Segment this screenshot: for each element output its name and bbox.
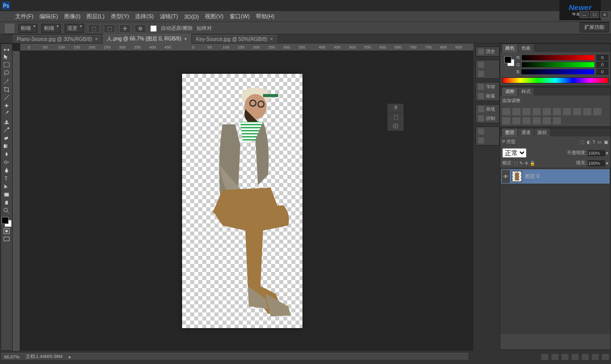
fill-input[interactable] [588, 160, 605, 166]
size-dd[interactable]: 粗细 [41, 24, 61, 33]
r-slider[interactable] [522, 55, 595, 60]
zoom-readout[interactable]: 66.67% [4, 354, 20, 359]
canvas-area[interactable]: 050 100150 200250 300350 400450 050 1001… [13, 43, 473, 351]
adj-levels[interactable] [512, 108, 520, 115]
adj-poster[interactable] [522, 117, 531, 124]
history-brush-tool[interactable] [2, 126, 12, 134]
wand-tool[interactable] [2, 77, 12, 85]
tab-styles[interactable]: 样式 [518, 87, 534, 96]
window-min[interactable]: — [580, 11, 589, 18]
doc-tab-1[interactable]: Piano-Source.jpg @ 30%(RGB/8)× [13, 35, 102, 43]
panel-info-icon[interactable]: ⓘ [387, 122, 404, 131]
menu-type[interactable]: 类型(Y) [111, 13, 129, 20]
opt-btn1[interactable]: ⬚ [88, 24, 100, 33]
new-layer-icon[interactable] [592, 354, 599, 360]
arrange-icon[interactable]: ▸◂ [2, 45, 12, 53]
arrow-icon[interactable]: ▸ [69, 354, 71, 359]
dock-hist2[interactable] [476, 136, 499, 145]
tab-channels[interactable]: 通道 [518, 128, 534, 137]
dodge-tool[interactable] [2, 158, 12, 166]
filter-smart-icon[interactable]: ▣ [604, 140, 608, 145]
dock-para[interactable]: 段落 [476, 92, 499, 101]
gradient-tool[interactable] [2, 142, 12, 150]
adj-mixer[interactable] [593, 108, 601, 115]
dock-brush[interactable]: 画笔 [476, 105, 499, 114]
adj-sel[interactable] [553, 117, 561, 124]
lock-all-icon[interactable]: 🔒 [530, 161, 535, 166]
doc-tab-3[interactable]: Key-Source.jpg @ 50%(RGB/8)× [192, 35, 277, 43]
adj-photo[interactable] [583, 108, 591, 115]
dock-char[interactable]: 字符 [476, 82, 499, 92]
screenmode-toggle[interactable] [2, 235, 12, 243]
tab-color[interactable]: 颜色 [502, 44, 517, 53]
adj-lookup[interactable] [502, 117, 510, 124]
floating-panel[interactable]: ⠿ ⬚ ⓘ [387, 103, 404, 131]
filter-adj-icon[interactable]: ◐ [587, 140, 591, 145]
blend-mode-select[interactable]: 正常 [502, 148, 527, 158]
menu-image[interactable]: 图像(I) [64, 13, 80, 20]
pen-tool[interactable] [2, 166, 12, 174]
adj-hsl[interactable] [553, 108, 561, 115]
hue-ramp[interactable] [502, 77, 608, 83]
blend-dd[interactable]: 流里 [65, 24, 84, 33]
menu-edit[interactable]: 编辑(E) [39, 13, 58, 20]
mask-icon[interactable] [561, 354, 569, 360]
expand-features[interactable]: 扩展功能 [580, 22, 609, 32]
adj-layer-icon[interactable] [572, 354, 579, 360]
g-value[interactable]: 0 [596, 62, 608, 68]
brush-preset-dd[interactable]: 粗细 [18, 24, 37, 33]
menu-file[interactable]: 文件(F) [15, 13, 33, 20]
link-icon[interactable] [541, 354, 548, 360]
r-value[interactable]: 0 [596, 55, 608, 61]
menu-3d[interactable]: 3D(D) [184, 14, 199, 20]
color-swatch[interactable] [2, 217, 12, 227]
opacity-input[interactable] [588, 150, 605, 156]
crop-tool[interactable] [2, 85, 12, 94]
window-close[interactable]: ✕ [600, 11, 609, 18]
opt-btn3[interactable]: ✢ [119, 24, 130, 33]
panel-expand-icon[interactable]: ⬚ [387, 113, 404, 122]
tab-swatches[interactable]: 色板 [518, 44, 534, 53]
close-icon[interactable]: × [184, 36, 187, 41]
dock-nav[interactable] [476, 127, 499, 136]
hand-tool[interactable] [2, 199, 12, 207]
layer-row[interactable]: 👁 图层 0 [501, 169, 609, 184]
close-icon[interactable]: × [270, 36, 273, 41]
doc-tab-2[interactable]: 人.png @ 66.7% (图层 0, RGB/8)× [103, 34, 191, 43]
tab-layers[interactable]: 图层 [502, 128, 517, 137]
b-value[interactable]: 0 [596, 69, 608, 75]
panel-grip-icon[interactable]: ⠿ [387, 104, 404, 113]
tab-paths[interactable]: 路径 [535, 128, 550, 137]
menu-window[interactable]: 窗口(W) [230, 13, 250, 20]
menu-help[interactable]: 帮助(H) [256, 13, 275, 20]
fx-icon[interactable] [551, 354, 558, 360]
menu-view[interactable]: 视图(V) [205, 13, 224, 20]
brush-tool[interactable] [2, 110, 12, 118]
menu-layer[interactable]: 图层(L) [86, 13, 104, 20]
adj-curves[interactable] [522, 108, 531, 115]
lock-pos-icon[interactable]: ✢ [525, 161, 529, 166]
filter-shape-icon[interactable]: ▭ [597, 140, 602, 145]
filter-img-icon[interactable]: ⬚ [580, 140, 585, 145]
g-slider[interactable] [522, 62, 594, 67]
auto-erase-check[interactable] [150, 25, 157, 32]
eyedropper-tool[interactable] [2, 94, 12, 102]
shape-tool[interactable] [2, 191, 12, 199]
lasso-tool[interactable] [2, 69, 12, 77]
adj-bal[interactable] [563, 108, 571, 115]
opt-btn4[interactable]: ⚙ [135, 24, 146, 33]
lock-paint-icon[interactable]: ✎ [519, 161, 523, 166]
zoom-tool[interactable] [2, 207, 12, 215]
stamp-tool[interactable] [2, 118, 12, 126]
layer-name[interactable]: 图层 0 [525, 173, 539, 180]
adj-invert[interactable] [512, 117, 520, 124]
layer-thumb[interactable] [512, 171, 522, 182]
quickmask-toggle[interactable] [2, 227, 12, 235]
dock-history[interactable]: 历史 [476, 47, 499, 56]
adj-exposure[interactable] [533, 108, 541, 115]
close-icon[interactable]: × [95, 36, 98, 41]
tab-adjustments[interactable]: 调整 [502, 87, 517, 96]
fg-bg-swatch[interactable] [504, 56, 514, 66]
group-icon[interactable] [582, 354, 589, 360]
heal-tool[interactable] [2, 102, 12, 110]
